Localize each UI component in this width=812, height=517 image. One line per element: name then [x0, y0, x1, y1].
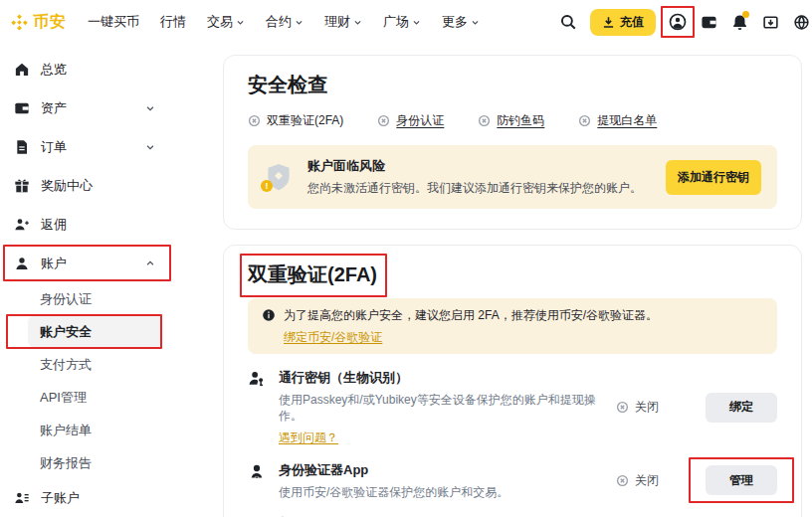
binance-logo[interactable]: 币安: [10, 12, 67, 33]
deposit-icon: [602, 16, 615, 29]
circle-x-icon: [248, 114, 261, 127]
nav-item-earn[interactable]: 理财: [324, 13, 362, 31]
notifications-icon[interactable]: [730, 13, 748, 31]
passkey-bind-button[interactable]: 绑定: [706, 393, 777, 423]
passkey-biometric-icon: [248, 370, 266, 445]
nav-item-markets[interactable]: 行情: [160, 13, 186, 31]
top-navbar: 币安 一键买币 行情 交易 合约 理财 广场 更多 充值: [0, 0, 812, 44]
two-fa-notice: 为了提高您的账户安全，建议您启用 2FA，推荐使用币安/谷歌验证器。 绑定币安/…: [248, 298, 777, 354]
profile-icon[interactable]: [669, 13, 687, 31]
nav-item-buy-crypto[interactable]: 一键买币: [88, 13, 139, 31]
wallet-icon[interactable]: [700, 13, 717, 31]
orders-document-icon: [14, 139, 30, 155]
two-fa-title: 双重验证(2FA): [248, 261, 377, 288]
two-fa-notice-text: 为了提高您的账户安全，建议您启用 2FA，推荐使用币安/谷歌验证器。: [284, 308, 658, 322]
download-app-icon[interactable]: [761, 13, 779, 31]
rewards-gift-icon: [14, 178, 30, 194]
tfa-row-passkey: 通行密钥（生物识别） 使用Passkey和/或Yubikey等安全设备保护您的账…: [248, 369, 777, 445]
sidebar-subitem-account-statement[interactable]: 账户结单: [28, 414, 162, 446]
sidebar: 总览 资产 订单 奖励中心 返佣 账户 身份认证 账户安全 支付方式 API管理…: [0, 50, 211, 516]
authenticator-app-icon: [248, 462, 266, 501]
passkey-description: 使用Passkey和/或Yubikey等安全设备保护您的账户和提现操作。: [279, 393, 616, 424]
bind-authenticator-link[interactable]: 绑定币安/谷歌验证: [284, 329, 382, 345]
chevron-down-icon: [295, 18, 304, 27]
circle-x-icon: [616, 474, 629, 487]
sidebar-item-subaccounts[interactable]: 子账户: [14, 480, 155, 516]
nav-item-square[interactable]: 广场: [383, 13, 421, 31]
binance-diamond-icon: [10, 13, 29, 32]
security-check-list: 双重验证(2FA) 身份认证 防钓鱼码 提现白名单: [248, 112, 777, 129]
brand-name: 币安: [33, 12, 67, 33]
authenticator-manage-button[interactable]: 管理: [706, 465, 777, 495]
nav-item-futures[interactable]: 合约: [266, 13, 304, 31]
check-anti-phishing-code[interactable]: 防钓鱼码: [478, 112, 544, 129]
home-icon: [14, 62, 30, 78]
subaccounts-users-icon: [14, 490, 30, 506]
risk-banner: ! 账户面临风险 您尚未激活通行密钥。我们建议添加通行密钥来保护您的账户。 添加…: [248, 145, 777, 209]
circle-x-icon: [377, 114, 390, 127]
circle-x-icon: [478, 114, 491, 127]
chevron-down-icon: [236, 18, 245, 27]
circle-x-icon: [578, 114, 591, 127]
referral-user-plus-icon: [14, 217, 30, 233]
language-globe-icon[interactable]: [792, 13, 810, 31]
add-passkey-button[interactable]: 添加通行密钥: [666, 160, 761, 195]
authenticator-title: 身份验证器App: [279, 461, 508, 479]
assets-wallet-icon: [14, 100, 30, 116]
passkey-help-link[interactable]: 遇到问题？: [279, 430, 338, 446]
two-fa-card: 双重验证(2FA) 为了提高您的账户安全，建议您启用 2FA，推荐使用币安/谷歌…: [223, 245, 802, 517]
search-icon[interactable]: [559, 13, 577, 31]
sidebar-item-orders[interactable]: 订单: [14, 127, 155, 166]
sidebar-item-rewards-hub[interactable]: 奖励中心: [14, 166, 155, 205]
chevron-down-icon: [412, 18, 421, 27]
sidebar-item-overview[interactable]: 总览: [14, 50, 155, 88]
info-circle-icon: [262, 308, 276, 345]
circle-x-icon: [616, 401, 629, 414]
sidebar-item-account[interactable]: 账户: [14, 244, 155, 282]
sidebar-subitem-api-management[interactable]: API管理: [28, 381, 162, 414]
risk-banner-title: 账户面临风险: [307, 157, 652, 175]
sidebar-subitem-identity-verification[interactable]: 身份认证: [28, 282, 162, 315]
chevron-up-icon: [145, 258, 155, 268]
exclamation-badge: !: [261, 180, 273, 192]
chevron-down-icon: [471, 18, 480, 27]
check-2fa: 双重验证(2FA): [248, 112, 343, 129]
risk-banner-description: 您尚未激活通行密钥。我们建议添加通行密钥来保护您的账户。: [307, 180, 652, 197]
passkey-title: 通行密钥（生物识别）: [279, 369, 616, 387]
chevron-down-icon: [353, 18, 362, 27]
passkey-status: 关闭: [616, 399, 698, 416]
check-identity-verification[interactable]: 身份认证: [377, 112, 444, 129]
sidebar-item-referral[interactable]: 返佣: [14, 205, 155, 244]
check-withdrawal-whitelist[interactable]: 提现白名单: [578, 112, 657, 129]
account-user-icon: [14, 256, 30, 271]
nav-item-more[interactable]: 更多: [442, 13, 480, 31]
sidebar-subitem-payment-methods[interactable]: 支付方式: [28, 348, 162, 381]
chevron-down-icon: [145, 103, 155, 113]
tfa-row-authenticator: 身份验证器App 使用币安/谷歌验证器保护您的账户和交易。 关闭 管理: [248, 461, 777, 501]
authenticator-description: 使用币安/谷歌验证器保护您的账户和交易。: [279, 485, 508, 501]
security-check-card: 安全检查 双重验证(2FA) 身份认证 防钓鱼码 提现白名单 !: [223, 55, 802, 230]
authenticator-status: 关闭: [616, 472, 698, 489]
main-content: 安全检查 双重验证(2FA) 身份认证 防钓鱼码 提现白名单 !: [223, 55, 802, 517]
notification-dot: [742, 11, 749, 18]
deposit-button[interactable]: 充值: [590, 9, 656, 36]
chevron-down-icon: [145, 142, 155, 152]
security-check-title: 安全检查: [248, 72, 777, 98]
sidebar-subitem-account-security[interactable]: 账户安全: [28, 315, 162, 348]
shield-alert-icon: !: [264, 161, 294, 193]
nav-item-trade[interactable]: 交易: [207, 13, 245, 31]
sidebar-subitem-financial-reports[interactable]: 财务报告: [28, 446, 162, 479]
sidebar-item-assets[interactable]: 资产: [14, 88, 155, 127]
